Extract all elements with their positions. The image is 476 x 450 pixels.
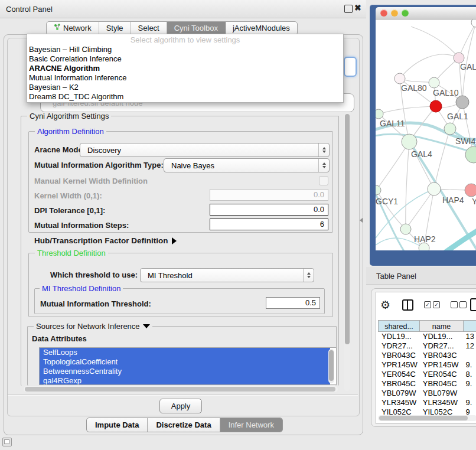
column-header[interactable]: shared... [378, 320, 420, 332]
table-cell: YBR045C [378, 379, 419, 389]
tab-impute-data[interactable]: Impute Data [87, 418, 148, 432]
maximize-window-icon[interactable] [402, 9, 409, 17]
mi-type-combo[interactable]: Naive Bayes [164, 158, 330, 172]
tab-label: Cyni Toolbox [174, 22, 218, 35]
attribute-item[interactable]: TopologicalCoefficient [40, 357, 330, 367]
attributes-scrollbar[interactable] [328, 349, 334, 383]
network-node[interactable] [376, 109, 383, 119]
select-all-checks-icon[interactable]: ✓✓ [424, 301, 440, 308]
tab-style[interactable]: Style [99, 22, 131, 35]
algorithm-option[interactable]: Bayesian – Hill Climbing [27, 45, 343, 54]
network-node[interactable] [465, 184, 476, 197]
table-hscrollbar[interactable] [378, 415, 476, 421]
algorithm-option[interactable]: Dream8 DC_TDC Algorithm [27, 92, 343, 102]
network-edge [459, 22, 476, 58]
tab-jactivemnodules[interactable]: jActiveMNodules [226, 22, 297, 35]
tab-label: Network [63, 22, 92, 35]
network-node[interactable] [444, 123, 456, 135]
network-node[interactable] [471, 19, 476, 27]
restore-panel-icon[interactable] [2, 438, 12, 446]
table-cell: YBL079W [378, 389, 419, 398]
which-threshold-label: Which threshold to use: [50, 270, 138, 279]
float-window-icon[interactable] [344, 5, 353, 13]
splitter-handle-icon[interactable] [360, 218, 363, 223]
tab-label: Style [106, 22, 123, 35]
tab-cyni-toolbox[interactable]: Cyni Toolbox [167, 22, 226, 35]
table-row[interactable]: YDL19...YDL19...13 [378, 332, 476, 341]
algorithm-option[interactable]: Basic Correlation Inference [27, 54, 343, 64]
network-canvas[interactable]: GALGAL80GAL10GAL1GAL11SWI4GAL4GCY1HAP4YH… [376, 19, 476, 250]
control-panel-title: Control Panel [6, 5, 53, 14]
network-node[interactable] [456, 96, 469, 109]
dpi-tolerance-field[interactable]: 0.0 [210, 204, 328, 216]
mi-threshold-title: MI Threshold Definition [40, 284, 123, 293]
network-node[interactable] [395, 73, 405, 84]
table-row[interactable]: YBR045CYBR045C9. [378, 379, 476, 389]
data-attributes-list[interactable]: SelfLoopsTopologicalCoefficientBetweenne… [39, 347, 337, 385]
settings-hscrollbar[interactable] [24, 386, 338, 392]
network-node[interactable] [376, 185, 381, 195]
column-header[interactable]: name [420, 320, 464, 332]
table-cell: YDR27... [378, 341, 419, 351]
network-node[interactable] [400, 224, 411, 234]
table-row[interactable]: YDR27...YDR27...12 [378, 341, 476, 351]
close-panel-icon[interactable]: ✖ [354, 3, 361, 12]
table-cell: YPR145W [419, 360, 462, 370]
network-node[interactable] [429, 77, 439, 88]
algorithm-option[interactable]: Bayesian – K2 [27, 83, 343, 92]
apply-button[interactable]: Apply [159, 399, 202, 413]
attribute-item[interactable]: BetweennessCentrality [40, 367, 330, 376]
close-window-icon[interactable] [380, 9, 387, 17]
sources-title: Sources for Network Inference [34, 322, 152, 331]
node-label: GAL [460, 62, 476, 71]
hub-section-toggle[interactable]: Hub/Transcription Factor Definition [34, 236, 177, 245]
network-window-titlebar[interactable] [376, 7, 476, 19]
aracne-mode-label: Aracne Mode: [34, 145, 85, 154]
network-node[interactable] [402, 134, 417, 149]
collapse-arrow-icon[interactable] [143, 324, 150, 328]
minimize-window-icon[interactable] [391, 9, 398, 17]
threshold-definition-title: Threshold Definition [35, 249, 108, 257]
network-node[interactable] [430, 100, 442, 112]
table-row[interactable]: YBL079WYBL079W [378, 389, 476, 398]
which-threshold-combo[interactable]: MI Threshold [140, 268, 314, 282]
mi-threshold-field[interactable]: 0.5 [266, 297, 320, 309]
algorithm-option[interactable]: ARACNE Algorithm [27, 64, 343, 73]
tab-discretize-data[interactable]: Discretize Data [148, 418, 220, 432]
table-cell: 13 [462, 332, 476, 341]
settings-hscrollbar-thumb[interactable] [25, 387, 335, 392]
table-row[interactable]: YER054CYER054C8. [378, 370, 476, 379]
table-row[interactable]: YIL052CYIL052C9 [378, 407, 476, 415]
table-row[interactable]: YLR345WYLR345W9. [378, 398, 476, 407]
table-row[interactable]: YPR145WYPR145W9. [378, 360, 476, 370]
node-label: HAP4 [442, 195, 464, 205]
network-node[interactable] [465, 146, 476, 163]
inference-algorithm-combo-edge[interactable] [344, 57, 357, 77]
tab-infer-network[interactable]: Infer Network [220, 418, 282, 432]
table-row[interactable]: YBR043CYBR043C [378, 351, 476, 360]
app-root: { "control_panel": { "title": "Control P… [0, 0, 476, 450]
tab-label: jActiveMNodules [233, 22, 290, 35]
mi-steps-field[interactable]: 6 [210, 219, 328, 230]
table-cell: 12 [462, 341, 476, 351]
network-node[interactable] [428, 182, 441, 195]
gear-icon[interactable]: ⚙ [380, 298, 390, 312]
settings-scrollbar[interactable] [344, 113, 350, 391]
aracne-mode-combo[interactable]: Discovery [80, 143, 330, 157]
attribute-item[interactable]: gal4RGexp [40, 376, 330, 385]
algorithm-option[interactable]: Mutual Information Inference [27, 73, 343, 83]
network-edge [376, 190, 406, 229]
attribute-item[interactable]: SelfLoops [40, 348, 330, 357]
settings-scrollbar-thumb[interactable] [345, 114, 350, 344]
table-hscrollbar-thumb[interactable] [379, 416, 468, 420]
algorithm-dropdown-placeholder: Select algorithm to view settings [27, 35, 343, 45]
manual-kernel-label: Manual Kernel Width Definition [34, 177, 148, 185]
kernel-width-field[interactable]: 0.0 [210, 189, 328, 201]
tab-network[interactable]: Network [47, 22, 99, 35]
manual-kernel-checkbox[interactable] [319, 176, 328, 185]
tab-select[interactable]: Select [131, 22, 167, 35]
deselect-all-checks-icon[interactable] [451, 301, 467, 308]
column-header[interactable] [464, 320, 476, 332]
attributes-scrollbar-thumb[interactable] [329, 350, 334, 381]
columns-icon[interactable] [402, 299, 413, 311]
